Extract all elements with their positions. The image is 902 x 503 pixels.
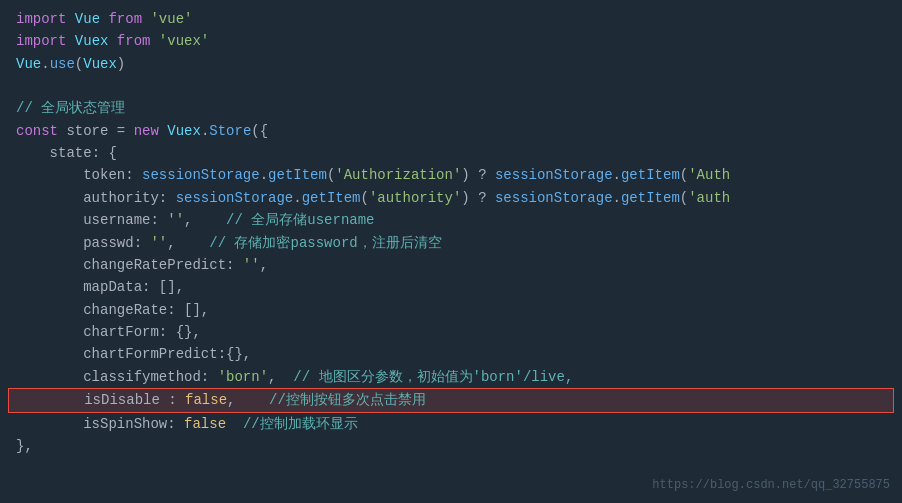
get-item-auth2: getItem — [621, 187, 680, 209]
str-auth-abbrev2: 'auth — [688, 187, 730, 209]
comment-is-disable: //控制按钮多次点击禁用 — [269, 389, 426, 411]
comment-classify-method: // 地图区分参数，初始值为'born'/live, — [293, 366, 573, 388]
comment-global-state: // 全局状态管理 — [16, 97, 125, 119]
keyword-new: new — [134, 120, 159, 142]
line-1: import Vue from 'vue' — [0, 8, 902, 30]
value-false2: false — [184, 413, 226, 435]
session-storage-token2: sessionStorage — [495, 164, 613, 186]
get-item-auth: getItem — [302, 187, 361, 209]
line-is-disable: isDisable : false , //控制按钮多次点击禁用 — [8, 388, 894, 412]
identifier-vue: Vue — [75, 8, 100, 30]
line-change-rate: changeRate : [], — [0, 299, 902, 321]
line-authority: authority : sessionStorage . getItem ( '… — [0, 187, 902, 209]
comment-is-spin-show: //控制加载环显示 — [243, 413, 358, 435]
prop-passwd: passwd — [83, 232, 133, 254]
str-empty-crp: '' — [243, 254, 260, 276]
session-storage-token: sessionStorage — [142, 164, 260, 186]
prop-state: state — [50, 142, 92, 164]
prop-chart-form: chartForm — [83, 321, 159, 343]
line-chart-form: chartForm : {}, — [0, 321, 902, 343]
line-chart-form-predict: chartFormPredict :{}, — [0, 343, 902, 365]
line-passwd: passwd : '' , // 存储加密password，注册后清空 — [0, 232, 902, 254]
line-map-data: mapData : [], — [0, 276, 902, 298]
line-classify-method: classifymethod : 'born' , // 地图区分参数，初始值为… — [0, 366, 902, 388]
code-editor: import Vue from 'vue' import Vuex from '… — [0, 0, 902, 465]
keyword-const: const — [16, 120, 58, 142]
line-change-rate-predict: changeRatePredict : '' , — [0, 254, 902, 276]
str-auth-abbrev: 'Auth — [688, 164, 730, 186]
session-storage-auth: sessionStorage — [176, 187, 294, 209]
line-3: Vue . use ( Vuex ) — [0, 53, 902, 75]
prop-is-spin-show: isSpinShow — [83, 413, 167, 435]
string-vue: 'vue' — [150, 8, 192, 30]
str-authority: 'authority' — [369, 187, 461, 209]
line-comment-global: // 全局状态管理 — [0, 97, 902, 119]
keyword-import: import — [16, 8, 66, 30]
line-token: token : sessionStorage . getItem ( 'Auth… — [0, 164, 902, 186]
method-store: Store — [209, 120, 251, 142]
line-2: import Vuex from 'vuex' — [0, 30, 902, 52]
keyword-import2: import — [16, 30, 66, 52]
identifier-vuex: Vuex — [75, 30, 109, 52]
line-close-brace: }, — [0, 435, 902, 457]
line-blank — [0, 75, 902, 97]
value-false: false — [185, 389, 227, 411]
prop-change-rate: changeRate — [83, 299, 167, 321]
line-username: username : '' , // 全局存储username — [0, 209, 902, 231]
prop-classify-method: classifymethod — [83, 366, 201, 388]
line-is-spin-show: isSpinShow : false //控制加载环显示 — [0, 413, 902, 435]
get-item-token2: getItem — [621, 164, 680, 186]
keyword-from2: from — [117, 30, 151, 52]
string-vuex: 'vuex' — [159, 30, 209, 52]
line-store-def: const store = new Vuex . Store ({ — [0, 120, 902, 142]
comment-passwd: // 存储加密password，注册后清空 — [209, 232, 441, 254]
line-state: state : { — [0, 142, 902, 164]
identifier-vuex3: Vuex — [167, 120, 201, 142]
get-item-token: getItem — [268, 164, 327, 186]
prop-token: token — [83, 164, 125, 186]
keyword-from: from — [108, 8, 142, 30]
prop-authority: authority — [83, 187, 159, 209]
identifier-vuex2: Vuex — [83, 53, 117, 75]
watermark: https://blog.csdn.net/qq_32755875 — [652, 476, 890, 495]
str-authorization: 'Authorization' — [335, 164, 461, 186]
str-empty-username: '' — [167, 209, 184, 231]
prop-map-data: mapData — [83, 276, 142, 298]
str-born: 'born' — [218, 366, 268, 388]
prop-chart-form-predict: chartFormPredict — [83, 343, 217, 365]
prop-username: username — [83, 209, 150, 231]
session-storage-auth2: sessionStorage — [495, 187, 613, 209]
identifier-vue2: Vue — [16, 53, 41, 75]
method-use: use — [50, 53, 75, 75]
prop-is-disable: isDisable — [84, 389, 168, 411]
prop-change-rate-predict: changeRatePredict — [83, 254, 226, 276]
comment-username: // 全局存储username — [226, 209, 374, 231]
str-empty-passwd: '' — [150, 232, 167, 254]
